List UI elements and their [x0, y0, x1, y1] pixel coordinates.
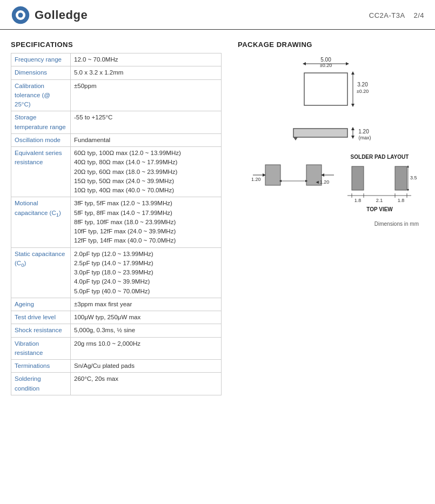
front-view-drawing: 1.20 ◄1.20 — [250, 154, 337, 197]
spec-label: Dimensions — [11, 66, 71, 79]
svg-point-3 — [19, 6, 22, 9]
svg-rect-16 — [265, 165, 280, 185]
spec-label: Frequency range — [11, 53, 71, 66]
svg-text:1.8: 1.8 — [397, 198, 404, 203]
svg-point-2 — [18, 13, 23, 18]
svg-rect-23 — [352, 166, 364, 190]
spec-value: 100μW typ, 250μW max — [71, 311, 222, 324]
top-view-label: TOP VIEW — [366, 206, 393, 212]
table-row: Test drive level100μW typ, 250μW max — [11, 311, 222, 324]
spec-label: Test drive level — [11, 311, 71, 324]
spec-label: Oscillation mode — [11, 133, 71, 146]
spec-value: 12.0 ~ 70.0MHz — [71, 53, 222, 66]
spec-value: ±3ppm max first year — [71, 298, 222, 311]
spec-value: 260°C, 20s max — [71, 373, 222, 395]
solder-pad-title: SOLDER PAD LAYOUT — [351, 154, 409, 160]
table-row: Storage temperature range-55 to +125°C — [11, 111, 222, 134]
logo-area: Golledge — [11, 5, 88, 25]
spec-value: 5,000g, 0.3ms, ½ sine — [71, 324, 222, 337]
spec-value: 60Ω typ, 100Ω max (12.0 ~ 13.99MHz)40Ω t… — [71, 147, 222, 197]
spec-label: Ageing — [11, 298, 71, 311]
table-row: Calibration tolerance (@ 25°C)±50ppm — [11, 79, 222, 111]
bottom-drawing-row: 1.20 ◄1.20 SOLDER PAD LAYOUT — [250, 154, 412, 212]
spec-value: 5.0 x 3.2 x 1.2mm — [71, 66, 222, 79]
svg-text:3.5: 3.5 — [410, 175, 417, 180]
package-drawing-area: 5.00 ±0.20 3.20 ±0.20 — [238, 54, 424, 227]
table-row: Equivalent series resistance60Ω typ, 100… — [11, 147, 222, 197]
dimensions-note: Dimensions in mm — [374, 221, 424, 227]
spec-value: -55 to +125°C — [71, 111, 222, 134]
header-part-info: CC2A-T3A 2/4 — [369, 11, 424, 19]
specs-section: SPECIFICATIONS Frequency range12.0 ~ 70.… — [11, 41, 222, 395]
solder-pad-svg: 3.5 1.8 2.1 1.8 — [347, 162, 412, 205]
table-row: Dimensions5.0 x 3.2 x 1.2mm — [11, 66, 222, 79]
svg-text:±0.20: ±0.20 — [356, 89, 368, 94]
spec-label: Storage temperature range — [11, 111, 71, 134]
part-number: CC2A-T3A — [369, 11, 405, 19]
spec-label: Shock resistance — [11, 324, 71, 337]
spec-value: Sn/Ag/Cu plated pads — [71, 360, 222, 373]
svg-rect-11 — [293, 129, 347, 137]
spec-label: Motional capacitance (C1) — [11, 197, 71, 247]
spec-value: 3fF typ, 5fF max (12.0 ~ 13.99MHz)5fF ty… — [71, 197, 222, 247]
spec-value: ±50ppm — [71, 79, 222, 111]
svg-text:(max): (max) — [358, 135, 371, 140]
svg-text:◄1.20: ◄1.20 — [314, 179, 329, 185]
logo-text: Golledge — [35, 8, 88, 22]
main-content: SPECIFICATIONS Frequency range12.0 ~ 70.… — [0, 30, 435, 406]
table-row: Vibration resistance20g rms 10.0 ~ 2,000… — [11, 337, 222, 360]
table-row: Motional capacitance (C1)3fF typ, 5fF ma… — [11, 197, 222, 247]
spec-label: Static capacitance (C0) — [11, 247, 71, 298]
table-row: TerminationsSn/Ag/Cu plated pads — [11, 360, 222, 373]
spec-value: 20g rms 10.0 ~ 2,000Hz — [71, 337, 222, 360]
package-title: PACKAGE DRAWING — [238, 41, 424, 49]
specs-table: Frequency range12.0 ~ 70.0MHzDimensions5… — [11, 53, 222, 395]
svg-rect-24 — [395, 166, 407, 190]
svg-text:5.00: 5.00 — [320, 57, 331, 63]
spec-value: 2.0pF typ (12.0 ~ 13.99MHz)2.5pF typ (14… — [71, 247, 222, 298]
spec-label: Equivalent series resistance — [11, 147, 71, 197]
svg-text:1.20: 1.20 — [358, 129, 369, 135]
svg-marker-12 — [293, 137, 298, 140]
table-row: Shock resistance5,000g, 0.3ms, ½ sine — [11, 324, 222, 337]
spec-value: Fundamental — [71, 133, 222, 146]
table-row: Static capacitance (C0)2.0pF typ (12.0 ~… — [11, 247, 222, 298]
spec-label: Soldering condition — [11, 373, 71, 395]
page-header: Golledge CC2A-T3A 2/4 — [0, 0, 435, 30]
spec-label: Terminations — [11, 360, 71, 373]
svg-text:±0.20: ±0.20 — [319, 63, 331, 68]
table-row: Ageing±3ppm max first year — [11, 298, 222, 311]
package-section: PACKAGE DRAWING 5.00 ±0.20 — [232, 41, 424, 395]
top-view-drawing: 5.00 ±0.20 3.20 ±0.20 — [283, 54, 380, 119]
side-view-drawing: 1.20 (max) — [277, 119, 385, 149]
table-row: Soldering condition260°C, 20s max — [11, 373, 222, 395]
table-row: Oscillation modeFundamental — [11, 133, 222, 146]
spec-label: Calibration tolerance (@ 25°C) — [11, 79, 71, 111]
svg-text:2.1: 2.1 — [376, 198, 383, 203]
svg-text:1.8: 1.8 — [354, 198, 361, 203]
spec-label: Vibration resistance — [11, 337, 71, 360]
table-row: Frequency range12.0 ~ 70.0MHz — [11, 53, 222, 66]
page-number: 2/4 — [413, 11, 424, 19]
specs-title: SPECIFICATIONS — [11, 41, 222, 49]
svg-rect-7 — [304, 73, 347, 105]
golledge-logo-icon — [11, 5, 30, 25]
solder-pad-layout: SOLDER PAD LAYOUT — [347, 154, 412, 212]
svg-text:3.20: 3.20 — [357, 82, 368, 88]
svg-text:1.20: 1.20 — [251, 177, 261, 182]
